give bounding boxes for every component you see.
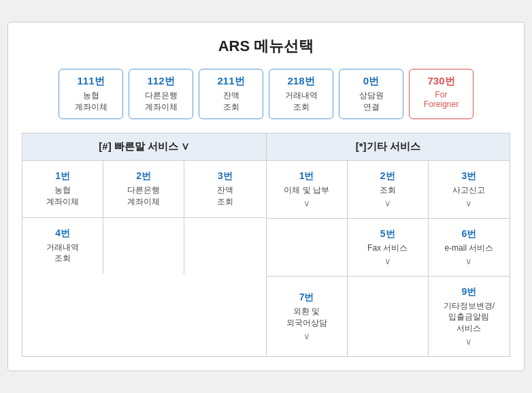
top-menu-btn-1[interactable]: 112번다른은행 계좌이체 <box>129 69 193 119</box>
left-cell-num-3: 4번 <box>55 227 70 240</box>
menu-btn-label-0: 농협 계좌이체 <box>69 90 113 113</box>
right-cell-num-2: 3번 <box>462 170 477 183</box>
right-cell-3 <box>267 219 348 277</box>
right-cell-1[interactable]: 2번조회∨ <box>348 161 429 219</box>
left-cell-num-1: 2번 <box>136 170 151 183</box>
right-cell-0[interactable]: 1번이체 및 납부∨ <box>267 161 348 219</box>
right-cell-label-8: 기타정보변경/ 입출금알림 서비스 <box>444 300 495 334</box>
right-cell-label-6: 외환 및 외국어상담 <box>286 306 327 329</box>
right-cell-num-0: 1번 <box>299 170 314 183</box>
menu-btn-num-3: 218번 <box>279 75 323 88</box>
right-cell-label-2: 사고신고 <box>452 185 485 196</box>
right-cell-6[interactable]: 7번외환 및 외국어상담∨ <box>267 277 348 356</box>
left-cell-0[interactable]: 1번농협 계좌이체 <box>22 161 103 218</box>
menu-btn-label-2: 잔액 조회 <box>209 90 253 113</box>
main-container: ARS 메뉴선택 111번농협 계좌이체112번다른은행 계좌이체211번잔액 … <box>7 22 525 371</box>
left-cell-5 <box>184 218 265 274</box>
left-cell-label-1: 다른은행 계좌이체 <box>127 185 160 208</box>
right-grid: 1번이체 및 납부∨2번조회∨3번사고신고∨5번Fax 서비스∨6번e-mail… <box>267 161 510 356</box>
left-cell-3[interactable]: 4번거래내역 조회 <box>22 218 103 274</box>
chevron-icon-6: ∨ <box>303 331 310 341</box>
chevron-icon-2: ∨ <box>465 198 472 208</box>
menu-btn-num-1: 112번 <box>139 75 183 88</box>
right-panel-header: [*]기타 서비스 <box>267 133 510 161</box>
right-cell-2[interactable]: 3번사고신고∨ <box>429 161 510 219</box>
service-area: [#] 빠른말 서비스 ∨ 1번농협 계좌이체2번다른은행 계좌이체3번잔액 조… <box>22 133 510 357</box>
right-cell-label-5: e-mail 서비스 <box>444 242 493 254</box>
right-cell-5[interactable]: 6번e-mail 서비스∨ <box>429 219 510 277</box>
top-menu-btn-3[interactable]: 218번거래내역 조회 <box>269 69 333 119</box>
right-cell-num-6: 7번 <box>299 292 314 304</box>
menu-btn-label-4: 상담원 연결 <box>349 90 393 113</box>
left-cell-num-0: 1번 <box>55 170 70 183</box>
chevron-icon-5: ∨ <box>465 256 472 266</box>
right-cell-label-0: 이체 및 납부 <box>284 185 329 196</box>
top-menu-btn-5[interactable]: 730번For Foreigner <box>409 69 473 119</box>
menu-btn-num-4: 0번 <box>349 75 393 88</box>
chevron-icon-8: ∨ <box>465 336 472 347</box>
right-cell-label-4: Fax 서비스 <box>367 242 408 254</box>
chevron-icon-4: ∨ <box>384 256 391 266</box>
menu-btn-label-1: 다른은행 계좌이체 <box>139 90 183 113</box>
menu-btn-label-5: For Foreigner <box>419 90 463 109</box>
left-cell-num-2: 3번 <box>218 170 233 183</box>
left-cell-label-3: 거래내역 조회 <box>46 242 79 265</box>
chevron-icon-1: ∨ <box>384 198 391 208</box>
top-menu: 111번농협 계좌이체112번다른은행 계좌이체211번잔액 조회218번거래내… <box>22 69 510 119</box>
left-cell-label-2: 잔액 조회 <box>217 185 233 208</box>
menu-btn-label-3: 거래내역 조회 <box>279 90 323 113</box>
top-menu-btn-0[interactable]: 111번농협 계좌이체 <box>59 69 123 119</box>
right-cell-label-1: 조회 <box>380 185 396 196</box>
right-cell-num-5: 6번 <box>462 228 477 240</box>
page-title: ARS 메뉴선택 <box>22 36 510 57</box>
left-cell-1[interactable]: 2번다른은행 계좌이체 <box>103 161 184 218</box>
right-cell-num-4: 5번 <box>380 228 395 240</box>
menu-btn-num-0: 111번 <box>69 75 113 88</box>
left-panel: [#] 빠른말 서비스 ∨ 1번농협 계좌이체2번다른은행 계좌이체3번잔액 조… <box>22 133 267 356</box>
menu-btn-num-2: 211번 <box>209 75 253 88</box>
chevron-icon-0: ∨ <box>303 198 310 208</box>
right-cell-8[interactable]: 9번기타정보변경/ 입출금알림 서비스∨ <box>429 277 510 356</box>
menu-btn-num-5: 730번 <box>419 75 463 88</box>
left-cell-label-0: 농협 계좌이체 <box>46 185 79 208</box>
right-cell-4[interactable]: 5번Fax 서비스∨ <box>348 219 429 277</box>
left-panel-header: [#] 빠른말 서비스 ∨ <box>22 133 266 161</box>
right-cell-7 <box>348 277 429 356</box>
left-cell-4 <box>103 218 184 274</box>
left-cell-2[interactable]: 3번잔액 조회 <box>184 161 265 218</box>
top-menu-btn-4[interactable]: 0번상담원 연결 <box>339 69 403 119</box>
left-grid: 1번농협 계좌이체2번다른은행 계좌이체3번잔액 조회4번거래내역 조회 <box>22 161 266 274</box>
right-cell-num-8: 9번 <box>462 286 477 298</box>
right-panel: [*]기타 서비스 1번이체 및 납부∨2번조회∨3번사고신고∨5번Fax 서비… <box>267 133 510 356</box>
top-menu-btn-2[interactable]: 211번잔액 조회 <box>199 69 263 119</box>
right-cell-num-1: 2번 <box>380 170 395 183</box>
